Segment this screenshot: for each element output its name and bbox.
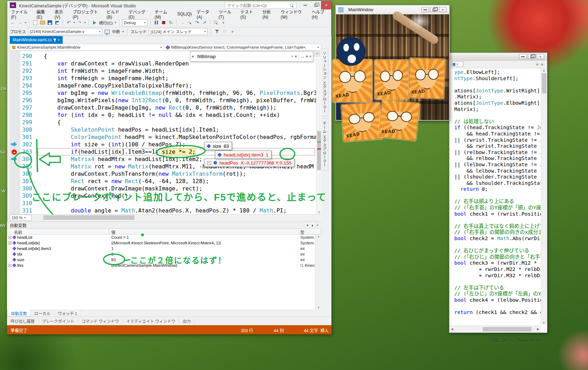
- code-line[interactable]: bool check4 = (lelbow.Position.Y < lshou…: [451, 297, 541, 303]
- code-line-298[interactable]: 298 for (int idx = 0; headList != null &…: [10, 111, 321, 119]
- close-button[interactable]: ×: [439, 7, 447, 12]
- scrollbar-thumb[interactable]: [317, 131, 321, 170]
- code-line[interactable]: + rwrDir.M32 * relbDir.M32) > 0.9;: [451, 273, 541, 279]
- code-line[interactable]: // は処理しない: [451, 119, 541, 125]
- code-line[interactable]: .Matrix);: [451, 94, 541, 100]
- code-line[interactable]: [451, 279, 541, 285]
- close-button[interactable]: ×: [537, 54, 544, 59]
- code-line[interactable]: // 左手は下げている: [451, 285, 541, 291]
- code-line[interactable]: bool check1 = (rwrist.Position.Y > head.…: [451, 211, 541, 217]
- new-file-icon[interactable]: [32, 20, 38, 26]
- code-line[interactable]: // (「右ひじ」の関節の向きと「右手首」の関節の向きが同じ): [451, 254, 541, 260]
- code-line-302[interactable]: 302 int size = (int)(100 / headPos.Z);: [10, 141, 321, 148]
- navigate-back-icon[interactable]: ←: [10, 20, 15, 26]
- code-line-299[interactable]: 299 {: [10, 119, 321, 126]
- scroll-left-icon[interactable]: ◀: [451, 327, 453, 331]
- datatip-size[interactable]: size 83: [204, 142, 232, 150]
- window-titlebar[interactable]: MainWindow ×: [336, 5, 449, 14]
- autos-row[interactable]: +headList[idx]{(Microsoft.Kinect.Skeleto…: [7, 240, 321, 246]
- code-line[interactable]: // (「右手首」のY座標が「頭」のY座標より大きい): [451, 205, 541, 211]
- search-options-icon[interactable]: ▾: [295, 54, 297, 59]
- menu-item[interactable]: SQL(Q): [175, 10, 194, 18]
- step-into-icon[interactable]: ↘: [187, 20, 192, 26]
- window-position-icon[interactable]: ▾: [307, 223, 308, 227]
- expander-icon[interactable]: +: [8, 236, 12, 239]
- close-tab-icon[interactable]: ×: [58, 38, 60, 42]
- find-scope-icon[interactable]: ▾: [306, 54, 308, 59]
- vertical-scrollbar[interactable]: ▲ ▼: [541, 68, 547, 325]
- find-next-icon[interactable]: →: [300, 54, 304, 59]
- code-line[interactable]: ype.ElbowLeft];: [451, 69, 541, 76]
- find-input[interactable]: fillBitmap: [195, 54, 290, 59]
- mini-dropdown[interactable]: ▾: [451, 62, 463, 67]
- navigate-forward-icon[interactable]: →: [17, 20, 23, 26]
- code-content[interactable]: ype.ElbowLeft];ntType.ShoulderLeft];atio…: [449, 68, 541, 325]
- scrollbar-thumb[interactable]: [43, 215, 134, 220]
- step-out-icon[interactable]: ↗: [202, 20, 207, 26]
- tool-window-tab[interactable]: ローカル: [31, 309, 54, 316]
- chevron-down-icon[interactable]: ▾: [25, 21, 26, 24]
- grid-scrollbar[interactable]: ▲ ▼: [315, 235, 321, 309]
- code-line-292[interactable]: 292 int frmWidth = imageFrame.Width;: [10, 67, 321, 75]
- stop-debug-icon[interactable]: [161, 20, 166, 26]
- datatip-headpos[interactable]: + headPos X:-0.127777368 Y:0.155: [204, 159, 295, 167]
- code-line-297[interactable]: 297 drawContext.DrawImage(bgImg, new Rec…: [10, 104, 321, 111]
- scroll-down-icon[interactable]: ▼: [316, 211, 321, 214]
- scroll-down-icon[interactable]: ▼: [315, 306, 322, 309]
- code-line[interactable]: && rwrist.TrackingState != JointTracking…: [451, 143, 541, 149]
- code-line-311[interactable]: 311 double angle = Math.Atan2(headPos.X,…: [10, 207, 321, 214]
- continue-button[interactable]: 続行(C): [99, 20, 113, 26]
- minimize-button[interactable]: [421, 7, 429, 12]
- code-line[interactable]: bool check2 = Math.Abs(rwrDir.M12) + Mat…: [451, 236, 541, 242]
- code-line[interactable]: && head.TrackingState != JointTrackingSt…: [451, 131, 541, 137]
- code-line[interactable]: && lshoulder.TrackingState != JointTrack…: [451, 180, 541, 187]
- code-line-307[interactable]: 307 Rect rect = new Rect(-64, -64, 128, …: [10, 177, 321, 185]
- code-line[interactable]: ations[JointType.WristRight]: [451, 88, 541, 94]
- code-line-296[interactable]: 296 bgImg.WritePixels(new Int32Rect(0, 0…: [10, 97, 321, 104]
- code-line-306[interactable]: 306 drawContext.PushTransform(new Matrix…: [10, 170, 321, 177]
- restore-button[interactable]: [430, 7, 438, 12]
- suspend-button[interactable]: 中断: [112, 29, 120, 34]
- scroll-up-icon[interactable]: ▲: [542, 69, 545, 72]
- pin-icon[interactable]: [312, 223, 313, 226]
- autos-row[interactable]: +headListCount = 1System.C...: [7, 235, 321, 240]
- code-line[interactable]: || (relbow.TrackingState != JointTrackin…: [451, 149, 541, 156]
- code-line[interactable]: // (「右手首」の関節の向きのx成分またはz成分が0ではない): [451, 229, 541, 236]
- code-line[interactable]: [451, 112, 541, 119]
- tool-window-tab[interactable]: ウォッチ 1: [54, 309, 81, 316]
- code-line-300[interactable]: 300 SkeletonPoint headPos = headList[idx…: [10, 126, 321, 133]
- desktop-icon-fragment[interactable]: W: [2, 189, 5, 193]
- code-line-293[interactable]: 293 int frmHeigh = imageFrame.Height;: [10, 75, 321, 82]
- find-in-files-icon[interactable]: [213, 20, 219, 26]
- code-line[interactable]: && relbow.TrackingState != JointTracking…: [451, 155, 541, 162]
- code-line[interactable]: // (「左ひじ」のY座標が「左肩」のY座標よりも小さい): [451, 291, 541, 297]
- autos-row[interactable]: headList[idx].Item31int: [7, 246, 321, 251]
- chevron-down-icon[interactable]: ▾: [192, 54, 194, 59]
- column-header-value[interactable]: 値: [109, 229, 298, 234]
- save-all-icon[interactable]: [54, 20, 60, 26]
- code-line[interactable]: return 0;: [451, 186, 541, 193]
- step-marker-icon[interactable]: [11, 156, 17, 163]
- scroll-up-icon[interactable]: ▲: [315, 235, 322, 238]
- configuration-combo[interactable]: Debug▾: [122, 19, 147, 26]
- bottom-panel-tab[interactable]: イミディエイト ウィンドウ: [123, 317, 179, 325]
- bottom-panel-tab[interactable]: コマンド ウィンドウ: [78, 317, 123, 325]
- code-line[interactable]: ntType.ShoulderLeft];: [451, 76, 541, 82]
- member-dropdown[interactable]: fillBitmap(KinectSensor kinect, ColorIma…: [164, 44, 321, 50]
- expander-icon[interactable]: +: [207, 161, 211, 165]
- open-file-icon[interactable]: [40, 20, 45, 26]
- bottom-panel-tab[interactable]: 呼び出し履歴: [7, 317, 38, 325]
- grid-header[interactable]: 名前 値 型: [7, 229, 321, 235]
- redo-icon[interactable]: ↷: [77, 20, 82, 26]
- zoom-combo[interactable]: 150 %▾: [10, 215, 31, 221]
- find-box[interactable]: ▾ fillBitmap × ▾ → ▾ ×: [190, 51, 313, 62]
- datatip-item3[interactable]: headList[idx].Item3 1: [215, 151, 272, 159]
- toolbar-overflow-icon[interactable]: ▾: [230, 28, 235, 35]
- horizontal-scrollbar[interactable]: ◀ ▶: [449, 326, 541, 333]
- desktop-icon-fragment[interactable]: Go: [0, 150, 6, 154]
- pin-icon[interactable]: [54, 39, 55, 42]
- code-line-294[interactable]: 294 imageFrame.CopyPixelDataTo(pixelBuff…: [10, 82, 321, 89]
- magnifier-icon[interactable]: [300, 264, 303, 267]
- autos-window-titlebar[interactable]: 自動変数 ▾ ×: [7, 222, 321, 228]
- code-line[interactable]: || (lshoulder.TrackingState != JointTrac…: [451, 174, 541, 180]
